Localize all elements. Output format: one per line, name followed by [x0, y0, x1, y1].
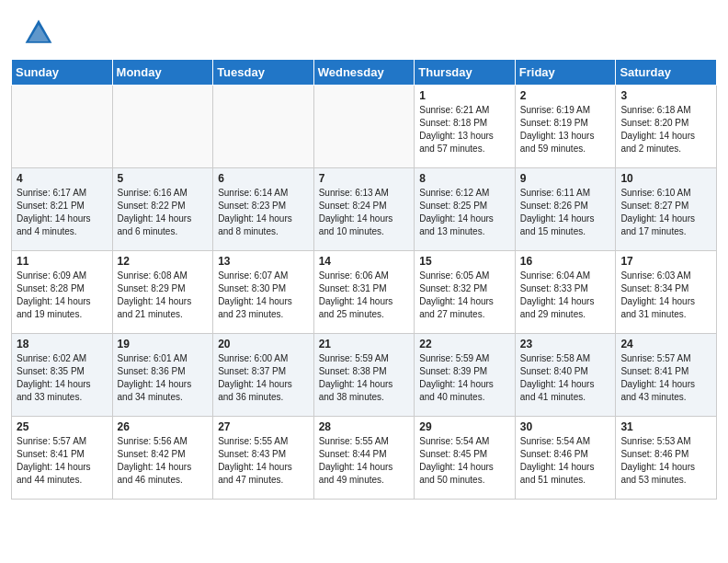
weekday-header-tuesday: Tuesday: [213, 60, 314, 86]
day-number: 23: [520, 338, 611, 350]
day-number: 14: [319, 255, 410, 268]
day-info: Sunrise: 6:08 AM Sunset: 8:29 PM Dayligh…: [118, 270, 209, 321]
day-number: 21: [319, 338, 410, 350]
day-number: 3: [620, 89, 711, 102]
calendar-cell: 1Sunrise: 6:21 AM Sunset: 8:18 PM Daylig…: [415, 86, 516, 168]
calendar-cell: 8Sunrise: 6:12 AM Sunset: 8:25 PM Daylig…: [415, 168, 516, 251]
calendar-cell: [12, 86, 113, 168]
day-info: Sunrise: 6:21 AM Sunset: 8:18 PM Dayligh…: [419, 104, 510, 155]
weekday-header-friday: Friday: [515, 60, 616, 86]
calendar-cell: 19Sunrise: 6:01 AM Sunset: 8:36 PM Dayli…: [112, 334, 213, 417]
day-info: Sunrise: 5:59 AM Sunset: 8:38 PM Dayligh…: [319, 352, 410, 404]
calendar-cell: 15Sunrise: 6:05 AM Sunset: 8:32 PM Dayli…: [415, 251, 516, 334]
day-info: Sunrise: 6:06 AM Sunset: 8:31 PM Dayligh…: [319, 270, 410, 321]
page-wrapper: SundayMondayTuesdayWednesdayThursdayFrid…: [0, 0, 728, 511]
calendar-cell: 11Sunrise: 6:09 AM Sunset: 8:28 PM Dayli…: [12, 251, 113, 334]
day-number: 8: [419, 172, 510, 185]
calendar-cell: 22Sunrise: 5:59 AM Sunset: 8:39 PM Dayli…: [415, 334, 516, 417]
day-info: Sunrise: 6:01 AM Sunset: 8:36 PM Dayligh…: [118, 352, 209, 404]
calendar-cell: 31Sunrise: 5:53 AM Sunset: 8:46 PM Dayli…: [616, 417, 717, 500]
day-number: 25: [17, 420, 108, 433]
day-number: 13: [218, 255, 309, 268]
day-info: Sunrise: 6:03 AM Sunset: 8:34 PM Dayligh…: [620, 270, 711, 321]
calendar-cell: 3Sunrise: 6:18 AM Sunset: 8:20 PM Daylig…: [616, 86, 717, 168]
calendar-cell: 6Sunrise: 6:14 AM Sunset: 8:23 PM Daylig…: [213, 168, 314, 251]
day-info: Sunrise: 6:09 AM Sunset: 8:28 PM Dayligh…: [17, 270, 108, 321]
logo: [22, 17, 59, 50]
calendar-cell: 7Sunrise: 6:13 AM Sunset: 8:24 PM Daylig…: [313, 168, 415, 251]
day-info: Sunrise: 6:19 AM Sunset: 8:19 PM Dayligh…: [520, 104, 611, 155]
day-info: Sunrise: 6:02 AM Sunset: 8:35 PM Dayligh…: [17, 352, 108, 404]
weekday-header-wednesday: Wednesday: [313, 60, 415, 86]
calendar-cell: [313, 86, 415, 168]
calendar-cell: 28Sunrise: 5:55 AM Sunset: 8:44 PM Dayli…: [313, 417, 415, 500]
calendar-cell: 27Sunrise: 5:55 AM Sunset: 8:43 PM Dayli…: [213, 417, 314, 500]
weekday-header-sunday: Sunday: [12, 60, 113, 86]
day-number: 20: [218, 338, 309, 350]
day-number: 9: [520, 172, 611, 185]
day-number: 15: [419, 255, 510, 268]
day-number: 16: [520, 255, 611, 268]
day-info: Sunrise: 6:12 AM Sunset: 8:25 PM Dayligh…: [419, 187, 510, 238]
week-row-1: 1Sunrise: 6:21 AM Sunset: 8:18 PM Daylig…: [12, 86, 717, 168]
day-info: Sunrise: 6:10 AM Sunset: 8:27 PM Dayligh…: [620, 187, 711, 238]
calendar-cell: 29Sunrise: 5:54 AM Sunset: 8:45 PM Dayli…: [415, 417, 516, 500]
day-info: Sunrise: 6:11 AM Sunset: 8:26 PM Dayligh…: [520, 187, 611, 238]
day-number: 18: [17, 338, 108, 350]
day-number: 17: [620, 255, 711, 268]
calendar-cell: 23Sunrise: 5:58 AM Sunset: 8:40 PM Dayli…: [515, 334, 616, 417]
calendar-cell: 5Sunrise: 6:16 AM Sunset: 8:22 PM Daylig…: [112, 168, 213, 251]
day-info: Sunrise: 5:53 AM Sunset: 8:46 PM Dayligh…: [620, 435, 711, 487]
day-number: 29: [419, 420, 510, 433]
week-row-3: 11Sunrise: 6:09 AM Sunset: 8:28 PM Dayli…: [12, 251, 717, 334]
calendar-cell: 12Sunrise: 6:08 AM Sunset: 8:29 PM Dayli…: [112, 251, 213, 334]
calendar-cell: 9Sunrise: 6:11 AM Sunset: 8:26 PM Daylig…: [515, 168, 616, 251]
day-info: Sunrise: 5:55 AM Sunset: 8:43 PM Dayligh…: [218, 435, 309, 487]
week-row-2: 4Sunrise: 6:17 AM Sunset: 8:21 PM Daylig…: [12, 168, 717, 251]
day-info: Sunrise: 6:17 AM Sunset: 8:21 PM Dayligh…: [17, 187, 108, 238]
day-info: Sunrise: 5:57 AM Sunset: 8:41 PM Dayligh…: [620, 352, 711, 404]
day-info: Sunrise: 6:05 AM Sunset: 8:32 PM Dayligh…: [419, 270, 510, 321]
day-number: 26: [118, 420, 209, 433]
calendar-wrap: SundayMondayTuesdayWednesdayThursdayFrid…: [0, 59, 728, 511]
day-number: 27: [218, 420, 309, 433]
day-number: 4: [17, 172, 108, 185]
day-number: 6: [218, 172, 309, 185]
day-info: Sunrise: 5:54 AM Sunset: 8:46 PM Dayligh…: [520, 435, 611, 487]
day-info: Sunrise: 6:14 AM Sunset: 8:23 PM Dayligh…: [218, 187, 309, 238]
day-number: 28: [319, 420, 410, 433]
day-number: 1: [419, 89, 510, 102]
day-info: Sunrise: 5:59 AM Sunset: 8:39 PM Dayligh…: [419, 352, 510, 404]
day-info: Sunrise: 5:54 AM Sunset: 8:45 PM Dayligh…: [419, 435, 510, 487]
logo-icon: [22, 17, 55, 50]
calendar-cell: 26Sunrise: 5:56 AM Sunset: 8:42 PM Dayli…: [112, 417, 213, 500]
calendar-cell: [112, 86, 213, 168]
day-info: Sunrise: 5:58 AM Sunset: 8:40 PM Dayligh…: [520, 352, 611, 404]
day-number: 11: [17, 255, 108, 268]
day-info: Sunrise: 5:55 AM Sunset: 8:44 PM Dayligh…: [319, 435, 410, 487]
calendar-cell: 4Sunrise: 6:17 AM Sunset: 8:21 PM Daylig…: [12, 168, 113, 251]
day-number: 31: [620, 420, 711, 433]
page-header: [0, 0, 728, 59]
day-number: 12: [118, 255, 209, 268]
day-number: 5: [118, 172, 209, 185]
calendar-table: SundayMondayTuesdayWednesdayThursdayFrid…: [11, 59, 717, 500]
calendar-cell: 21Sunrise: 5:59 AM Sunset: 8:38 PM Dayli…: [313, 334, 415, 417]
calendar-cell: 2Sunrise: 6:19 AM Sunset: 8:19 PM Daylig…: [515, 86, 616, 168]
calendar-cell: 25Sunrise: 5:57 AM Sunset: 8:41 PM Dayli…: [12, 417, 113, 500]
day-number: 22: [419, 338, 510, 350]
day-number: 7: [319, 172, 410, 185]
day-info: Sunrise: 6:13 AM Sunset: 8:24 PM Dayligh…: [319, 187, 410, 238]
calendar-cell: 10Sunrise: 6:10 AM Sunset: 8:27 PM Dayli…: [616, 168, 717, 251]
day-info: Sunrise: 6:07 AM Sunset: 8:30 PM Dayligh…: [218, 270, 309, 321]
calendar-cell: 13Sunrise: 6:07 AM Sunset: 8:30 PM Dayli…: [213, 251, 314, 334]
day-number: 2: [520, 89, 611, 102]
calendar-cell: 16Sunrise: 6:04 AM Sunset: 8:33 PM Dayli…: [515, 251, 616, 334]
day-info: Sunrise: 6:00 AM Sunset: 8:37 PM Dayligh…: [218, 352, 309, 404]
day-info: Sunrise: 6:04 AM Sunset: 8:33 PM Dayligh…: [520, 270, 611, 321]
calendar-cell: 30Sunrise: 5:54 AM Sunset: 8:46 PM Dayli…: [515, 417, 616, 500]
day-info: Sunrise: 5:57 AM Sunset: 8:41 PM Dayligh…: [17, 435, 108, 487]
calendar-cell: 24Sunrise: 5:57 AM Sunset: 8:41 PM Dayli…: [616, 334, 717, 417]
day-info: Sunrise: 6:16 AM Sunset: 8:22 PM Dayligh…: [118, 187, 209, 238]
calendar-cell: 18Sunrise: 6:02 AM Sunset: 8:35 PM Dayli…: [12, 334, 113, 417]
